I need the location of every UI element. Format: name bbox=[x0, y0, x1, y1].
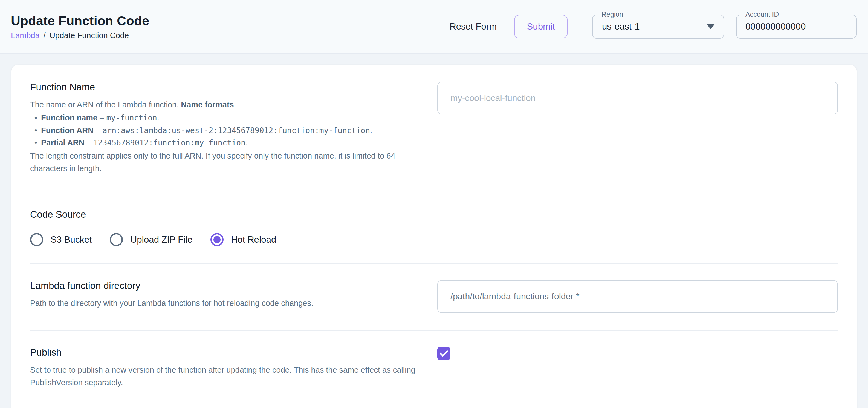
region-value: us-east-1 bbox=[593, 21, 640, 32]
bullet-dash: – bbox=[94, 126, 102, 135]
bullet-suffix: . bbox=[245, 138, 248, 147]
account-id-input[interactable] bbox=[737, 15, 856, 38]
breadcrumb-current: Update Function Code bbox=[50, 31, 129, 40]
bullet-dash: – bbox=[97, 113, 106, 122]
page-root: Update Function Code Lambda / Update Fun… bbox=[0, 0, 868, 408]
radio-label: S3 Bucket bbox=[51, 234, 92, 245]
header-actions: Reset Form Submit Region us-east-1 Accou… bbox=[444, 14, 857, 39]
section-heading-function-name: Function Name bbox=[30, 82, 424, 92]
header-title-block: Update Function Code Lambda / Update Fun… bbox=[11, 13, 149, 40]
radio-label: Upload ZIP File bbox=[130, 234, 192, 245]
publish-section: Publish Set to true to publish a new ver… bbox=[30, 347, 838, 389]
page-header: Update Function Code Lambda / Update Fun… bbox=[0, 0, 868, 54]
radio-option-s3-bucket[interactable]: S3 Bucket bbox=[30, 233, 92, 246]
region-select[interactable]: Region us-east-1 bbox=[592, 14, 724, 39]
publish-checkbox[interactable] bbox=[437, 347, 451, 360]
name-format-list: Function name – my-function. Function AR… bbox=[30, 112, 424, 149]
main-content: Function Name The name or ARN of the Lam… bbox=[0, 54, 868, 408]
bullet-bold: Function ARN bbox=[41, 126, 94, 135]
bullet-bold: Partial ARN bbox=[41, 138, 84, 147]
publish-description: Set to true to publish a new version of … bbox=[30, 364, 419, 389]
radio-option-upload-zip-file[interactable]: Upload ZIP File bbox=[110, 233, 192, 246]
function-name-input-block bbox=[437, 82, 838, 114]
bullet-code: 123456789012:function:my-function bbox=[93, 138, 245, 147]
bullet-suffix: . bbox=[370, 126, 372, 135]
section-heading-publish: Publish bbox=[30, 347, 424, 358]
account-id-label: Account ID bbox=[743, 10, 781, 18]
page-title: Update Function Code bbox=[11, 13, 149, 28]
directory-text-block: Lambda function directory Path to the di… bbox=[30, 280, 424, 310]
section-divider bbox=[30, 263, 838, 264]
function-name-input[interactable] bbox=[437, 82, 838, 114]
list-item: Partial ARN – 123456789012:function:my-f… bbox=[30, 137, 424, 149]
function-name-text-block: Function Name The name or ARN of the Lam… bbox=[30, 82, 424, 175]
breadcrumb: Lambda / Update Function Code bbox=[11, 31, 149, 40]
section-divider bbox=[30, 192, 838, 193]
bullet-dash: – bbox=[84, 138, 93, 147]
radio-icon bbox=[110, 233, 123, 246]
radio-icon bbox=[211, 233, 223, 246]
list-item: Function name – my-function. bbox=[30, 112, 424, 124]
function-name-description-footer: The length constraint applies only to th… bbox=[30, 150, 422, 175]
bullet-code: my-function bbox=[106, 113, 157, 122]
publish-text-block: Publish Set to true to publish a new ver… bbox=[30, 347, 424, 389]
bullet-code: arn:aws:lambda:us-west-2:123456789012:fu… bbox=[102, 126, 370, 135]
radio-icon bbox=[30, 233, 43, 246]
directory-description: Path to the directory with your Lambda f… bbox=[30, 297, 422, 310]
function-name-description-intro: The name or ARN of the Lambda function. bbox=[30, 100, 181, 109]
function-name-description: The name or ARN of the Lambda function. … bbox=[30, 98, 422, 111]
directory-input[interactable] bbox=[437, 280, 838, 313]
form-card: Function Name The name or ARN of the Lam… bbox=[11, 65, 857, 408]
region-label: Region bbox=[599, 10, 626, 18]
directory-input-block bbox=[437, 280, 838, 313]
breadcrumb-link-lambda[interactable]: Lambda bbox=[11, 31, 40, 40]
list-item: Function ARN – arn:aws:lambda:us-west-2:… bbox=[30, 124, 424, 137]
reset-form-button[interactable]: Reset Form bbox=[444, 17, 502, 36]
code-source-radio-group: S3 Bucket Upload ZIP File Hot Reload bbox=[30, 233, 424, 246]
submit-button[interactable]: Submit bbox=[514, 15, 567, 38]
bullet-bold: Function name bbox=[41, 113, 97, 122]
code-source-section: Code Source S3 Bucket Upload ZIP File bbox=[30, 209, 838, 246]
section-heading-code-source: Code Source bbox=[30, 209, 424, 220]
header-divider bbox=[580, 15, 580, 38]
bullet-suffix: . bbox=[157, 113, 159, 122]
checkmark-icon bbox=[440, 350, 448, 357]
chevron-down-icon bbox=[707, 24, 715, 29]
function-name-description-bold: Name formats bbox=[181, 100, 234, 109]
breadcrumb-separator: / bbox=[43, 31, 46, 40]
radio-label: Hot Reload bbox=[231, 234, 276, 245]
radio-option-hot-reload[interactable]: Hot Reload bbox=[211, 233, 276, 246]
function-name-section: Function Name The name or ARN of the Lam… bbox=[30, 82, 838, 175]
publish-input-block bbox=[437, 347, 838, 360]
account-id-field: Account ID bbox=[736, 14, 857, 39]
section-divider bbox=[30, 330, 838, 330]
code-source-text-block: Code Source S3 Bucket Upload ZIP File bbox=[30, 209, 424, 246]
directory-section: Lambda function directory Path to the di… bbox=[30, 280, 838, 313]
section-heading-directory: Lambda function directory bbox=[30, 280, 424, 291]
